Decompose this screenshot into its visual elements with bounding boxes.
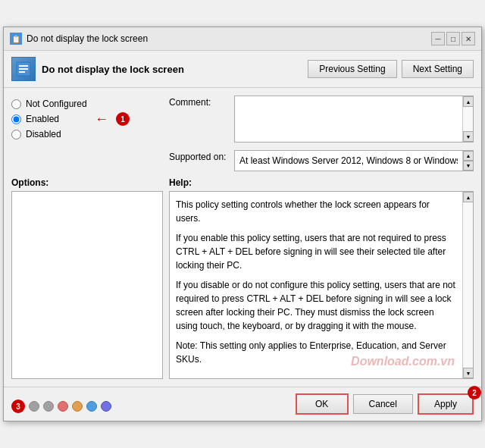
badge-1: 1: [116, 112, 130, 126]
header-buttons: Previous Setting Next Setting: [308, 60, 474, 78]
help-text-1: This policy setting controls whether the…: [176, 198, 456, 225]
help-box: This policy setting controls whether the…: [170, 192, 462, 378]
help-label: Help:: [169, 177, 474, 188]
main-content: Not Configured Enabled ← 1 Disabled: [4, 88, 481, 387]
help-text-4: Note: This setting only applies to Enter…: [176, 339, 456, 366]
badge-2: 2: [468, 386, 481, 399]
header-title: Do not display the lock screen: [42, 64, 184, 75]
left-panel: Not Configured Enabled ← 1 Disabled: [11, 96, 163, 171]
supported-field-container: ▲ ▼: [234, 150, 474, 171]
title-controls: ─ □ ✕: [431, 32, 475, 45]
header-bar: Do not display the lock screen Previous …: [4, 51, 481, 88]
dot-3: [58, 401, 68, 412]
dot-5: [86, 401, 97, 412]
enabled-input[interactable]: [11, 114, 21, 124]
comment-textarea[interactable]: [235, 96, 462, 142]
disabled-label: Disabled: [26, 129, 61, 139]
title-bar: 📋 Do not display the lock screen ─ □ ✕: [4, 27, 481, 51]
window-icon: 📋: [10, 33, 22, 45]
help-scrollbar-down[interactable]: ▼: [463, 368, 474, 378]
svg-rect-3: [19, 71, 25, 73]
scrollbar-up-btn[interactable]: ▲: [463, 96, 474, 107]
close-button[interactable]: ✕: [462, 32, 475, 45]
minimize-button[interactable]: ─: [431, 32, 445, 45]
svg-rect-2: [19, 68, 28, 70]
supported-label: Supported on:: [169, 150, 230, 162]
radio-group: Not Configured Enabled ← 1 Disabled: [11, 99, 163, 139]
arrow-icon: ←: [95, 111, 108, 127]
header-icon: [11, 57, 36, 81]
main-window: 📋 Do not display the lock screen ─ □ ✕ D…: [3, 27, 482, 421]
disabled-input[interactable]: [11, 130, 21, 139]
dot-1: [29, 401, 39, 412]
badge-3: 3: [11, 399, 25, 413]
help-scrollbar: ▲ ▼: [462, 192, 473, 378]
not-configured-input[interactable]: [11, 99, 21, 109]
help-scrollbar-up[interactable]: ▲: [463, 192, 474, 202]
svg-rect-1: [19, 65, 28, 67]
window-title: Do not display the lock screen: [27, 33, 148, 44]
options-panel: Options:: [11, 177, 163, 379]
right-panel: Comment: ▲ ▼ Supported on:: [169, 96, 474, 171]
comment-field-container: ▲ ▼: [234, 96, 474, 143]
dot-4: [72, 401, 83, 412]
supported-row: Supported on: ▲ ▼: [169, 150, 474, 171]
help-panel: Help: This policy setting controls wheth…: [169, 177, 474, 379]
supported-scrollbar: ▲ ▼: [462, 151, 473, 171]
apply-wrapper: Apply 2: [418, 393, 474, 415]
comment-scrollbar: ▲ ▼: [462, 96, 473, 142]
help-text-2: If you enable this policy setting, users…: [176, 231, 456, 272]
next-setting-button[interactable]: Next Setting: [402, 60, 474, 78]
content-grid: Not Configured Enabled ← 1 Disabled: [11, 96, 474, 171]
supported-input[interactable]: [235, 151, 462, 171]
ok-button[interactable]: OK: [296, 393, 349, 415]
previous-setting-button[interactable]: Previous Setting: [308, 60, 396, 78]
cancel-button[interactable]: Cancel: [353, 394, 413, 414]
help-text-3: If you disable or do not configure this …: [176, 278, 456, 333]
enabled-label: Enabled: [26, 114, 59, 124]
bottom-bar: 3 OK Cancel Apply 2: [4, 387, 481, 421]
disabled-radio[interactable]: Disabled: [11, 129, 163, 139]
comment-row: Comment: ▲ ▼: [169, 96, 474, 143]
supported-scrollbar-down[interactable]: ▼: [463, 161, 474, 171]
not-configured-radio[interactable]: Not Configured: [11, 99, 163, 109]
options-box: [11, 191, 163, 379]
options-label: Options:: [11, 177, 163, 188]
supported-scrollbar-up[interactable]: ▲: [463, 151, 474, 161]
comment-label: Comment:: [169, 96, 230, 108]
apply-button[interactable]: Apply: [418, 393, 474, 415]
header-left: Do not display the lock screen: [11, 57, 184, 81]
title-bar-left: 📋 Do not display the lock screen: [10, 33, 148, 45]
help-container: This policy setting controls whether the…: [169, 191, 474, 379]
lower-section: Options: Help: This policy setting contr…: [11, 177, 474, 379]
dot-group: 3: [11, 399, 111, 413]
dot-2: [43, 401, 54, 412]
maximize-button[interactable]: □: [446, 32, 460, 45]
dot-6: [101, 401, 111, 412]
scrollbar-track: [463, 107, 473, 131]
scrollbar-down-btn[interactable]: ▼: [463, 131, 474, 142]
not-configured-label: Not Configured: [26, 99, 87, 109]
enabled-radio[interactable]: Enabled ← 1: [11, 114, 163, 124]
help-scrollbar-track: [463, 202, 473, 368]
